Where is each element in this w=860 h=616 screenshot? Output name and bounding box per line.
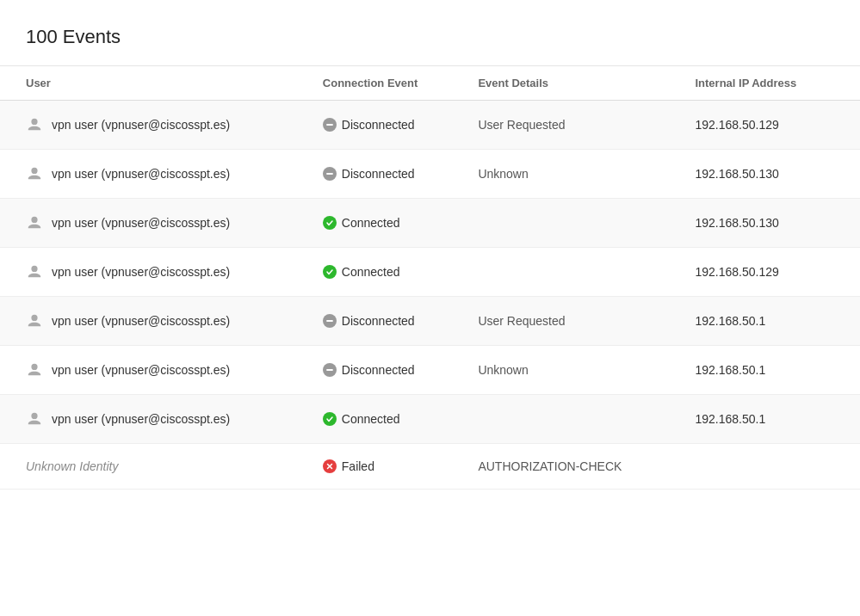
unknown-identity-label: Unknown Identity xyxy=(26,459,118,473)
connection-event-label: Disconnected xyxy=(342,363,415,377)
events-table-container: User Connection Event Event Details Inte… xyxy=(0,66,860,490)
user-cell: vpn user (vpnuser@ciscosspt.es) xyxy=(0,101,309,150)
page-title: 100 Events xyxy=(0,17,860,65)
col-header-connection-event: Connection Event xyxy=(309,66,465,101)
user-icon xyxy=(26,165,43,182)
connection-event-cell: Disconnected xyxy=(309,346,465,395)
user-icon xyxy=(26,312,43,330)
user-name: vpn user (vpnuser@ciscosspt.es) xyxy=(52,412,230,426)
connection-event-cell: Connected xyxy=(309,248,465,297)
user-name: vpn user (vpnuser@ciscosspt.es) xyxy=(52,167,230,181)
connection-event-cell: Connected xyxy=(309,395,465,444)
status-dot-disconnected xyxy=(323,363,337,377)
connection-event-label: Failed xyxy=(342,459,374,473)
user-name: vpn user (vpnuser@ciscosspt.es) xyxy=(52,265,230,279)
table-row: Unknown IdentityFailedAUTHORIZATION-CHEC… xyxy=(0,444,860,490)
internal-ip-cell: 192.168.50.1 xyxy=(681,395,860,444)
connection-event-cell: Disconnected xyxy=(309,101,465,150)
status-dot-connected xyxy=(323,216,337,230)
header-row: User Connection Event Event Details Inte… xyxy=(0,66,860,101)
table-row: vpn user (vpnuser@ciscosspt.es)Connected… xyxy=(0,248,860,297)
page-container: 100 Events User Connection Event Event D… xyxy=(0,0,860,616)
user-cell: vpn user (vpnuser@ciscosspt.es) xyxy=(0,395,309,444)
user-icon xyxy=(26,116,43,133)
table-row: vpn user (vpnuser@ciscosspt.es)Disconnec… xyxy=(0,101,860,150)
connection-event-label: Disconnected xyxy=(342,167,415,181)
user-name: vpn user (vpnuser@ciscosspt.es) xyxy=(52,363,230,377)
user-cell: vpn user (vpnuser@ciscosspt.es) xyxy=(0,346,309,395)
col-header-event-details: Event Details xyxy=(464,66,681,101)
connection-event-cell: Disconnected xyxy=(309,297,465,346)
connection-event-label: Connected xyxy=(342,216,400,230)
status-dot-disconnected xyxy=(323,314,337,328)
event-details-cell: AUTHORIZATION-CHECK xyxy=(464,444,681,490)
status-dot-connected xyxy=(323,265,337,279)
user-cell: Unknown Identity xyxy=(0,444,309,490)
internal-ip-cell: 192.168.50.129 xyxy=(681,101,860,150)
connection-event-cell: Failed xyxy=(309,444,465,490)
table-row: vpn user (vpnuser@ciscosspt.es)Disconnec… xyxy=(0,150,860,199)
status-dot-disconnected xyxy=(323,167,337,181)
internal-ip-cell: 192.168.50.130 xyxy=(681,199,860,248)
user-cell: vpn user (vpnuser@ciscosspt.es) xyxy=(0,150,309,199)
event-details-cell xyxy=(464,199,681,248)
user-icon xyxy=(26,361,43,379)
table-row: vpn user (vpnuser@ciscosspt.es)Disconnec… xyxy=(0,297,860,346)
connection-event-label: Connected xyxy=(342,412,400,426)
internal-ip-cell: 192.168.50.129 xyxy=(681,248,860,297)
connection-event-cell: Connected xyxy=(309,199,465,248)
table-header: User Connection Event Event Details Inte… xyxy=(0,66,860,101)
event-details-cell: User Requested xyxy=(464,297,681,346)
event-details-cell: User Requested xyxy=(464,101,681,150)
status-dot-failed xyxy=(323,459,337,473)
event-details-cell xyxy=(464,395,681,444)
user-name: vpn user (vpnuser@ciscosspt.es) xyxy=(52,314,230,328)
connection-event-cell: Disconnected xyxy=(309,150,465,199)
user-icon xyxy=(26,263,43,280)
col-header-user: User xyxy=(0,66,309,101)
status-dot-connected xyxy=(323,412,337,426)
user-cell: vpn user (vpnuser@ciscosspt.es) xyxy=(0,248,309,297)
connection-event-label: Disconnected xyxy=(342,118,415,132)
table-body: vpn user (vpnuser@ciscosspt.es)Disconnec… xyxy=(0,101,860,490)
table-row: vpn user (vpnuser@ciscosspt.es)Connected… xyxy=(0,199,860,248)
internal-ip-cell: 192.168.50.1 xyxy=(681,346,860,395)
event-details-cell: Unknown xyxy=(464,150,681,199)
status-dot-disconnected xyxy=(323,118,337,132)
user-name: vpn user (vpnuser@ciscosspt.es) xyxy=(52,216,230,230)
table-row: vpn user (vpnuser@ciscosspt.es)Disconnec… xyxy=(0,346,860,395)
user-icon xyxy=(26,410,43,428)
connection-event-label: Connected xyxy=(342,265,400,279)
events-table: User Connection Event Event Details Inte… xyxy=(0,66,860,490)
event-details-cell: Unknown xyxy=(464,346,681,395)
internal-ip-cell: 192.168.50.130 xyxy=(681,150,860,199)
connection-event-label: Disconnected xyxy=(342,314,415,328)
internal-ip-cell xyxy=(681,444,860,490)
user-name: vpn user (vpnuser@ciscosspt.es) xyxy=(52,118,230,132)
event-details-cell xyxy=(464,248,681,297)
user-cell: vpn user (vpnuser@ciscosspt.es) xyxy=(0,199,309,248)
user-icon xyxy=(26,214,43,231)
col-header-internal-ip: Internal IP Address xyxy=(681,66,860,101)
internal-ip-cell: 192.168.50.1 xyxy=(681,297,860,346)
table-row: vpn user (vpnuser@ciscosspt.es)Connected… xyxy=(0,395,860,444)
user-cell: vpn user (vpnuser@ciscosspt.es) xyxy=(0,297,309,346)
